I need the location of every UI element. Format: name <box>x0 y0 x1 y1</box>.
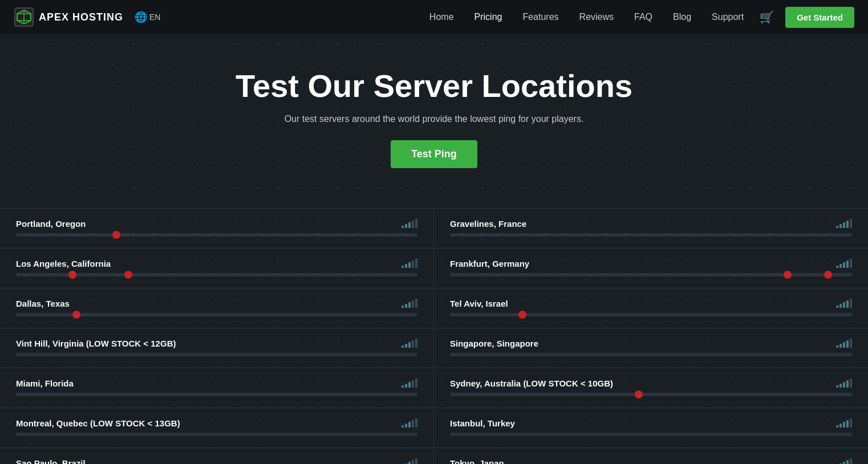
hero-section: Test Our Server Locations Our test serve… <box>0 34 868 208</box>
signal-bar <box>836 306 838 308</box>
location-name: Istanbul, Turkey <box>450 418 515 428</box>
ping-slider[interactable] <box>450 273 852 276</box>
signal-bar <box>850 299 852 308</box>
location-name: Vint Hill, Virginia (LOW STOCK < 12GB) <box>16 339 176 348</box>
ping-dot[interactable] <box>635 390 643 398</box>
ping-slider[interactable] <box>450 393 852 396</box>
signal-bar <box>846 261 849 268</box>
ping-dot[interactable] <box>72 311 80 319</box>
location-header: Gravelines, France <box>450 212 852 229</box>
signal-bar <box>843 382 845 388</box>
signal-bar <box>839 424 842 428</box>
ping-slider[interactable] <box>450 313 852 316</box>
nav-pricing[interactable]: Pricing <box>474 12 502 22</box>
signal-bars <box>836 378 852 388</box>
navbar: APEX HOSTING 🌐 EN Home Pricing Features … <box>0 0 868 34</box>
signal-bars <box>836 299 852 308</box>
location-item: Miami, Florida <box>0 368 434 408</box>
signal-bar <box>839 264 842 268</box>
ping-slider[interactable] <box>16 313 417 316</box>
signal-bar <box>846 380 849 388</box>
signal-bars <box>401 378 417 388</box>
nav-home[interactable]: Home <box>429 12 454 22</box>
signal-bar <box>408 462 411 464</box>
signal-bar <box>415 219 417 228</box>
signal-bar <box>836 226 838 228</box>
location-item: Gravelines, France <box>434 209 868 249</box>
signal-bar <box>412 340 414 348</box>
signal-bars <box>401 418 417 428</box>
signal-bar <box>836 425 838 428</box>
ping-slider[interactable] <box>450 233 852 237</box>
get-started-button[interactable]: Get Started <box>785 7 854 28</box>
nav-blog[interactable]: Blog <box>673 12 691 22</box>
signal-bar <box>843 222 845 228</box>
signal-bar <box>850 339 852 348</box>
signal-bar <box>401 266 404 268</box>
signal-bar <box>401 306 404 308</box>
signal-bar <box>415 299 417 308</box>
signal-bar <box>408 302 411 308</box>
signal-bar <box>415 418 417 428</box>
lang-selector[interactable]: 🌐 EN <box>135 11 160 23</box>
ping-slider[interactable] <box>16 393 417 396</box>
signal-bar <box>850 219 852 228</box>
ping-dot-2[interactable] <box>124 271 132 279</box>
location-name: Frankfurt, Germany <box>450 259 529 268</box>
location-name: Singapore, Singapore <box>450 339 538 348</box>
signal-bars <box>836 259 852 268</box>
location-header: Portland, Oregon <box>16 212 417 229</box>
signal-bar <box>412 460 414 464</box>
location-item: Singapore, Singapore <box>434 328 868 368</box>
ping-dot[interactable] <box>112 231 120 239</box>
signal-bar <box>412 300 414 308</box>
location-name: Tokyo, Japan <box>450 458 504 464</box>
location-item: Los Angeles, California <box>0 249 434 288</box>
ping-dot[interactable] <box>518 311 526 319</box>
signal-bar <box>408 342 411 348</box>
signal-bar <box>405 304 407 308</box>
locations-section: Portland, Oregon Gravelines, France Los … <box>0 208 868 464</box>
ping-slider[interactable] <box>450 353 852 356</box>
signal-bar <box>415 339 417 348</box>
signal-bar <box>850 259 852 268</box>
signal-bar <box>415 259 417 268</box>
signal-bars <box>401 299 417 308</box>
ping-slider[interactable] <box>16 353 417 356</box>
hero-subtitle: Our test servers around the world provid… <box>11 114 857 124</box>
ping-slider[interactable] <box>16 273 417 276</box>
signal-bars <box>836 458 852 464</box>
signal-bar <box>839 344 842 348</box>
location-header: Tokyo, Japan <box>450 451 852 464</box>
signal-bar <box>401 385 404 388</box>
location-name: Portland, Oregon <box>16 219 86 229</box>
signal-bars <box>836 418 852 428</box>
ping-dot[interactable] <box>784 271 792 279</box>
nav-faq[interactable]: FAQ <box>634 12 652 22</box>
nav-reviews[interactable]: Reviews <box>579 12 614 22</box>
logo[interactable]: APEX HOSTING <box>14 7 123 27</box>
ping-dot[interactable] <box>68 271 76 279</box>
cart-icon[interactable]: 🛒 <box>760 10 774 24</box>
ping-dot-2[interactable] <box>824 271 832 279</box>
signal-bar <box>412 380 414 388</box>
signal-bar <box>843 302 845 308</box>
lang-label: EN <box>149 13 160 22</box>
location-item: Sao Paulo, Brazil <box>0 448 434 464</box>
location-name: Dallas, Texas <box>16 299 70 308</box>
nav-support[interactable]: Support <box>712 12 744 22</box>
location-name: Gravelines, France <box>450 219 526 229</box>
location-header: Tel Aviv, Israel <box>450 292 852 308</box>
nav-features[interactable]: Features <box>522 12 558 22</box>
signal-bar <box>405 224 407 228</box>
signal-bar <box>836 266 838 268</box>
signal-bar <box>839 224 842 228</box>
signal-bars <box>401 219 417 228</box>
ping-slider[interactable] <box>16 233 417 237</box>
ping-slider[interactable] <box>16 433 417 436</box>
location-name: Montreal, Quebec (LOW STOCK < 13GB) <box>16 418 180 428</box>
test-ping-button[interactable]: Test Ping <box>391 140 477 168</box>
location-item: Portland, Oregon <box>0 209 434 249</box>
signal-bar <box>405 384 407 388</box>
ping-slider[interactable] <box>450 433 852 436</box>
